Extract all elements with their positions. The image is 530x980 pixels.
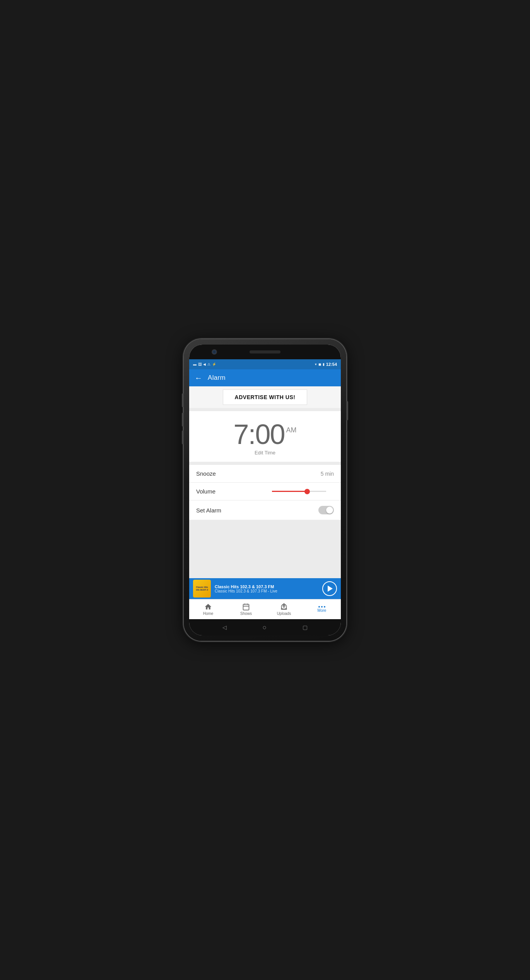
settings-section: Snooze 5 min Volume Set Alarm xyxy=(189,465,341,520)
spacer xyxy=(189,520,341,578)
page-title: Alarm xyxy=(208,374,226,382)
time-ampm: AM xyxy=(286,427,297,434)
toggle-knob xyxy=(326,507,333,514)
main-content: ADVERTISE WITH US! 7 : 00 AM Edit Time S… xyxy=(189,386,341,578)
ad-banner[interactable]: ADVERTISE WITH US! xyxy=(189,386,341,408)
android-back-button[interactable] xyxy=(222,624,227,630)
ad-box[interactable]: ADVERTISE WITH US! xyxy=(223,389,308,405)
set-alarm-row: Set Alarm xyxy=(189,500,341,520)
battery-icon: ▮ xyxy=(323,362,325,366)
nav-item-uploads[interactable]: Uploads xyxy=(265,599,303,619)
signal-icon: ◼ xyxy=(318,362,321,366)
time-separator: : xyxy=(248,420,255,448)
phone-frame: ▬ 🖼 ◀ ⚠ ⚡ ▾ ◼ ▮ 12:54 ← Alarm ADVERT xyxy=(184,339,346,641)
svg-rect-0 xyxy=(243,604,249,610)
slider-thumb xyxy=(304,489,310,494)
phone-screen: ▬ 🖼 ◀ ⚠ ⚡ ▾ ◼ ▮ 12:54 ← Alarm ADVERT xyxy=(189,345,341,635)
status-bar: ▬ 🖼 ◀ ⚠ ⚡ ▾ ◼ ▮ 12:54 xyxy=(189,359,341,369)
nav-label-shows: Shows xyxy=(240,611,252,616)
volume-label: Volume xyxy=(196,488,215,495)
nav-label-more: More xyxy=(318,608,327,613)
home-icon xyxy=(204,603,212,611)
station-logo: Classic Hits102.3&107.3 xyxy=(193,580,211,598)
status-icons-left: ▬ 🖼 ◀ ⚠ ⚡ xyxy=(193,362,216,366)
time-hour: 7 xyxy=(233,420,248,448)
nav-label-home: Home xyxy=(203,611,214,616)
bottom-nav: Home Shows Uploads xyxy=(189,599,341,619)
image-icon: 🖼 xyxy=(198,362,202,366)
bottom-bezel xyxy=(189,619,341,635)
app-bar: ← Alarm xyxy=(189,369,341,386)
bolt-icon: ⚡ xyxy=(212,362,216,366)
snooze-value: 5 min xyxy=(321,471,334,477)
now-playing-title: Classic Hits 102.3 & 107.3 FM xyxy=(215,584,318,589)
time-display: 7 : 00 AM xyxy=(233,420,296,448)
time-minutes: 00 xyxy=(255,420,284,448)
top-bezel xyxy=(189,345,341,359)
more-icon xyxy=(318,606,325,608)
snooze-label: Snooze xyxy=(196,470,216,477)
volume-slider[interactable] xyxy=(272,491,334,492)
play-icon xyxy=(328,586,333,592)
shows-icon xyxy=(242,603,250,611)
ad-text: ADVERTISE WITH US! xyxy=(235,394,296,400)
wifi-icon: ▾ xyxy=(315,362,317,366)
camera xyxy=(212,350,216,354)
slider-fill xyxy=(272,491,307,492)
back-button[interactable]: ← xyxy=(195,374,202,382)
now-playing-info: Classic Hits 102.3 & 107.3 FM Classic Hi… xyxy=(211,584,322,593)
android-home-button[interactable] xyxy=(263,623,267,632)
alarm-toggle[interactable] xyxy=(318,506,334,514)
now-playing-bar[interactable]: Classic Hits102.3&107.3 Classic Hits 102… xyxy=(189,578,341,599)
status-time: 12:54 xyxy=(326,362,337,367)
notification-icon: ▬ xyxy=(193,362,197,366)
play-button[interactable] xyxy=(322,581,337,596)
nav-item-shows[interactable]: Shows xyxy=(227,599,265,619)
time-section: 7 : 00 AM Edit Time xyxy=(189,411,341,462)
slider-track xyxy=(272,491,326,492)
volume-row: Volume xyxy=(189,483,341,500)
snooze-row[interactable]: Snooze 5 min xyxy=(189,465,341,483)
nav-item-home[interactable]: Home xyxy=(189,599,227,619)
nav-label-uploads: Uploads xyxy=(277,611,291,616)
edit-time-button[interactable]: Edit Time xyxy=(255,450,275,456)
warning-icon: ⚠ xyxy=(207,362,210,366)
status-icons-right: ▾ ◼ ▮ 12:54 xyxy=(315,362,337,367)
nav-item-more[interactable]: More xyxy=(303,599,341,619)
android-recents-button[interactable] xyxy=(303,624,308,630)
set-alarm-label: Set Alarm xyxy=(196,507,221,514)
nav-icon-s: ◀ xyxy=(203,362,206,366)
station-logo-text: Classic Hits102.3&107.3 xyxy=(196,586,208,591)
now-playing-subtitle: Classic Hits 102.3 & 107.3 FM - Live xyxy=(215,589,318,593)
speaker xyxy=(250,350,280,353)
uploads-icon xyxy=(280,603,288,611)
